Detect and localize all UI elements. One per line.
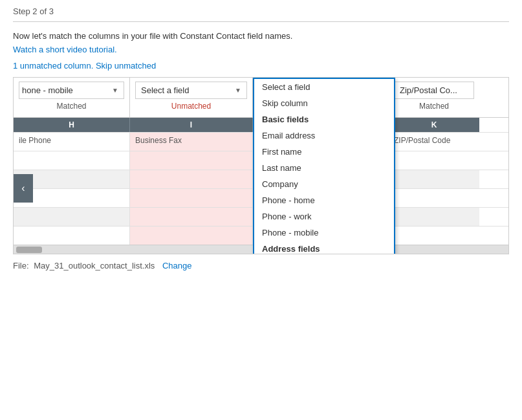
dropdown-section-basic: Basic fields <box>254 111 394 127</box>
file-label: File: <box>13 261 29 271</box>
cell-h-5 <box>14 208 130 226</box>
description-line1: Now let's match the columns in your file… <box>13 31 292 41</box>
unmatched-count: 1 unmatched column. <box>13 61 93 71</box>
cell-i-4 <box>130 189 253 207</box>
cell-k-1: ZIP/Postal Code <box>389 133 479 151</box>
cell-h-1: ile Phone <box>14 133 130 151</box>
skip-unmatched-link[interactable]: Skip unmatched <box>96 61 156 71</box>
col-i-match-status: Unmatched <box>135 99 247 113</box>
dropdown-item-phone-mobile[interactable]: Phone - mobile <box>254 225 394 241</box>
col-k-dropdown-value: Zip/Postal Co... <box>400 85 457 95</box>
dropdown-item-select-field[interactable]: Select a field <box>254 79 394 95</box>
cell-k-4 <box>389 189 479 207</box>
cell-k-2 <box>389 151 479 170</box>
cell-i-5 <box>130 208 253 226</box>
dropdown-section-address: Address fields <box>254 241 394 254</box>
dropdown-item-company[interactable]: Company <box>254 176 394 192</box>
change-file-link[interactable]: Change <box>162 261 192 271</box>
dropdown-item-last-name[interactable]: Last name <box>254 160 394 176</box>
cell-k-3 <box>389 170 479 188</box>
col-k-header: Zip/Postal Co... Matched <box>389 78 479 117</box>
col-i-chevron-icon: ▼ <box>235 87 241 94</box>
dropdown-item-phone-work[interactable]: Phone - work <box>254 208 394 225</box>
dropdown-item-phone-home[interactable]: Phone - home <box>254 192 394 208</box>
col-h-dropdown-value: hone - mobile <box>22 85 73 95</box>
dropdown-scroll-area[interactable]: Select a field Skip column Basic fields … <box>254 79 394 254</box>
cell-i-2 <box>130 151 253 170</box>
cell-k-5 <box>389 208 479 226</box>
dropdown-item-skip-column[interactable]: Skip column <box>254 95 394 111</box>
cell-h-2 <box>14 151 130 170</box>
cell-i-3 <box>130 170 253 188</box>
col-h-chevron-icon: ▼ <box>112 87 118 94</box>
col-k-dropdown[interactable]: Zip/Postal Co... <box>394 82 474 99</box>
chevron-left-icon: ‹ <box>21 182 25 194</box>
file-name: May_31_outlook_contact_list.xls <box>34 261 155 271</box>
cell-i-1: Business Fax <box>130 133 253 151</box>
col-h-dropdown[interactable]: hone - mobile ▼ <box>19 82 124 99</box>
step-label: Step 2 of 3 <box>13 6 54 16</box>
col-k-match-status: Matched <box>394 99 474 113</box>
col-i-header: Select a field ▼ Unmatched <box>130 78 253 117</box>
dropdown-item-email[interactable]: Email address <box>254 127 394 144</box>
video-tutorial-link[interactable]: Watch a short video tutorial. <box>13 45 117 54</box>
cell-h-6 <box>14 227 130 245</box>
col-h-match-status: Matched <box>19 99 124 113</box>
scroll-left-button[interactable]: ‹ <box>14 174 33 203</box>
col-i-dropdown-value: Select a field <box>141 85 189 95</box>
cell-k-6 <box>389 227 479 245</box>
field-dropdown-menu: Select a field Skip column Basic fields … <box>253 78 395 254</box>
cell-i-6 <box>130 227 253 245</box>
col-i-letter: I <box>130 118 253 132</box>
col-i-dropdown[interactable]: Select a field ▼ <box>135 82 247 99</box>
col-h-header: hone - mobile ▼ Matched <box>14 78 130 117</box>
dropdown-item-first-name[interactable]: First name <box>254 144 394 160</box>
col-k-letter: K <box>389 118 479 132</box>
col-h-letter: H <box>14 118 130 132</box>
